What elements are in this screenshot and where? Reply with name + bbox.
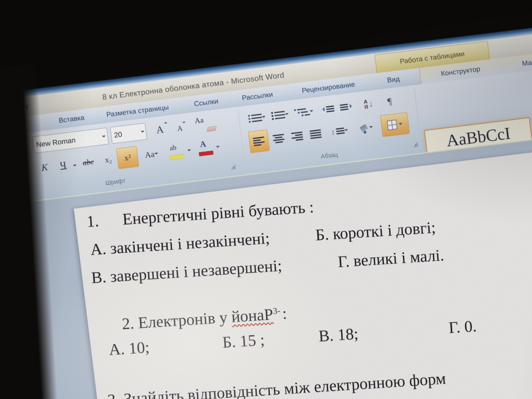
arrow-left-icon	[320, 107, 325, 112]
question-2-line: 2. Електронів у йонаР3-:	[121, 304, 287, 333]
align-left-button[interactable]	[248, 129, 270, 153]
increase-indent-button[interactable]	[337, 96, 356, 117]
updown-arrow-icon: ↕	[331, 127, 336, 136]
text-highlight-button[interactable]: ab	[166, 139, 192, 162]
question-2-text: 2. Електронів у	[121, 308, 232, 333]
grow-font-button[interactable]: A	[149, 119, 171, 140]
align-center-button[interactable]	[269, 128, 288, 150]
eraser-icon	[207, 126, 217, 132]
quick-access-customize-icon[interactable]	[24, 105, 30, 111]
group-separator	[238, 109, 246, 171]
chevron-down-icon	[344, 129, 348, 133]
arrow-down-icon: ↓	[368, 99, 374, 109]
highlight-color-bar-icon	[170, 154, 184, 160]
decrease-indent-button[interactable]	[318, 99, 337, 120]
multilevel-list-button[interactable]	[292, 101, 316, 122]
answer-1v: В. завершені і незавершені;	[91, 256, 282, 287]
font-name-combobox[interactable]: New Roman	[32, 127, 109, 153]
question-3-text: 3. Знайдіть відповідність між електронно…	[107, 369, 446, 399]
shrink-font-button[interactable]: A	[171, 120, 189, 137]
borders-button[interactable]	[380, 112, 410, 137]
underline-button[interactable]: Ч	[53, 154, 73, 176]
chevron-down-icon	[310, 110, 314, 114]
align-left-icon	[253, 136, 265, 146]
tab-view[interactable]: Вид	[382, 70, 405, 89]
chevron-down-icon[interactable]	[187, 149, 191, 153]
strikethrough-button[interactable]: abc	[77, 151, 99, 173]
office-button-icon[interactable]	[9, 99, 20, 110]
show-paragraph-marks-button[interactable]: ¶	[380, 91, 399, 112]
underline-letter: Ч	[59, 159, 67, 171]
chevron-down-icon[interactable]	[141, 131, 145, 135]
font-size-value: 20	[111, 130, 122, 139]
question-2-ion: йонаР	[231, 305, 274, 326]
arrow-down-icon	[182, 121, 186, 125]
font-name-value: New Roman	[33, 136, 76, 149]
answer-2a: А. 10;	[108, 338, 150, 359]
arrow-up-icon	[164, 120, 167, 124]
font-color-letter: А	[199, 139, 207, 149]
align-right-icon	[291, 132, 303, 141]
photo-scene: 8 кл Електронна оболонка атома - Microso…	[0, 0, 532, 399]
shrink-font-letter: A	[177, 124, 183, 133]
chevron-down-icon	[285, 113, 289, 117]
sort-button[interactable]: АЯ ↓	[357, 93, 380, 115]
answer-2v: В. 18;	[318, 324, 359, 345]
chevron-down-icon[interactable]	[216, 146, 220, 150]
chevron-down-icon	[262, 116, 266, 120]
subscript-button[interactable]: x₂	[100, 149, 117, 170]
chevron-down-icon[interactable]	[102, 135, 106, 139]
align-right-button[interactable]	[288, 125, 307, 147]
font-group-label: Шрифт	[95, 176, 136, 188]
chevron-down-icon[interactable]	[73, 165, 77, 169]
highlight-letters: ab	[169, 143, 177, 152]
subscript-glyph: x₂	[104, 155, 112, 165]
justify-button[interactable]	[306, 123, 325, 145]
answer-1a: А. закінчені і незакінчені;	[90, 229, 270, 259]
paragraph-group-label: Абзац	[309, 150, 349, 161]
answer-1g: Г. великі і малі.	[337, 246, 445, 271]
indent-lines-icon	[340, 104, 348, 111]
chevron-down-icon	[399, 123, 403, 127]
numbering-button[interactable]	[269, 105, 291, 125]
justify-icon	[310, 129, 322, 139]
change-case-button[interactable]: Aa	[140, 143, 163, 165]
superscript-glyph: x²	[124, 152, 131, 163]
strikethrough-letters: abc	[82, 157, 94, 167]
shading-button[interactable]	[354, 116, 379, 139]
font-color-button[interactable]: А	[195, 136, 221, 158]
group-separator	[414, 88, 422, 150]
question-2-colon: :	[282, 304, 287, 322]
answer-1b: Б. короткі і довгі;	[315, 218, 436, 244]
paragraph-dialog-launcher-icon[interactable]	[413, 142, 418, 147]
bullet-list-icon	[248, 113, 262, 123]
font-size-combobox[interactable]: 20	[110, 123, 147, 144]
document-text: 1. Енергетичні рівні бувають : А. закінч…	[75, 172, 532, 399]
question-2-superscript: 3-	[272, 305, 281, 316]
borders-grid-icon	[387, 120, 397, 130]
question-1-number: 1.	[86, 211, 99, 231]
line-spacing-button[interactable]: ↕	[327, 119, 352, 143]
answer-2g: Г. 0.	[448, 317, 477, 337]
italic-letter: К	[41, 161, 49, 173]
italic-button[interactable]: К	[36, 157, 54, 178]
chevron-down-icon	[369, 126, 373, 130]
multilevel-list-icon	[294, 108, 310, 117]
align-center-icon	[272, 134, 285, 144]
clear-formatting-letters: Aa	[194, 115, 204, 125]
font-color-bar-icon	[199, 151, 214, 156]
indent-lines-icon	[326, 105, 335, 112]
monitor-screen: 8 кл Електронна оболонка атома - Microso…	[0, 19, 532, 399]
font-dialog-launcher-icon[interactable]	[231, 165, 236, 170]
grow-font-letter: A	[156, 123, 164, 136]
tab-layout[interactable]: Ма	[517, 54, 532, 72]
bullets-button[interactable]	[246, 107, 268, 128]
clear-formatting-button[interactable]: Aa	[192, 113, 218, 135]
superscript-button[interactable]: x²	[116, 146, 139, 169]
pilcrow-icon: ¶	[387, 96, 392, 107]
sort-letters-icon: АЯ	[363, 99, 368, 110]
chevron-down-icon	[154, 152, 158, 157]
numbered-list-icon	[271, 111, 285, 120]
change-case-letters: Aa	[144, 149, 155, 160]
arrow-right-icon	[349, 103, 354, 108]
